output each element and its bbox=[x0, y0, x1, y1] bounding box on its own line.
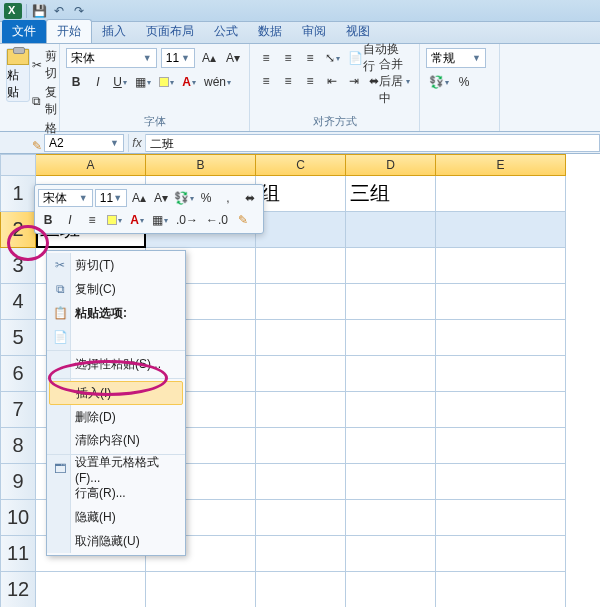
merge-center-button[interactable]: ⬌合并后居中▾ bbox=[366, 71, 413, 91]
align-middle-button[interactable]: ≡ bbox=[278, 48, 298, 68]
row-header-7[interactable]: 7 bbox=[0, 392, 36, 428]
row-header-2[interactable]: 2 bbox=[0, 212, 36, 248]
mini-align[interactable]: ≡ bbox=[82, 210, 102, 230]
mini-font-combo[interactable]: 宋体▼ bbox=[38, 189, 93, 207]
cell-c3[interactable] bbox=[256, 248, 346, 284]
menu-cut[interactable]: 剪切(T) bbox=[47, 253, 185, 277]
cell-d7[interactable] bbox=[346, 392, 436, 428]
cell-e3[interactable] bbox=[436, 248, 566, 284]
shrink-font-button[interactable]: A▾ bbox=[223, 48, 243, 68]
row-header-10[interactable]: 10 bbox=[0, 500, 36, 536]
cell-e2[interactable] bbox=[436, 212, 566, 248]
menu-hide[interactable]: 隐藏(H) bbox=[47, 505, 185, 529]
row-header-8[interactable]: 8 bbox=[0, 428, 36, 464]
cell-e8[interactable] bbox=[436, 428, 566, 464]
row-header-4[interactable]: 4 bbox=[0, 284, 36, 320]
cell-d8[interactable] bbox=[346, 428, 436, 464]
mini-shrink-font[interactable]: A▾ bbox=[151, 188, 171, 208]
mini-currency[interactable]: 💱▾ bbox=[173, 188, 194, 208]
font-color-button[interactable]: A▾ bbox=[179, 72, 199, 92]
mini-bold[interactable]: B bbox=[38, 210, 58, 230]
number-format-combo[interactable]: 常规▼ bbox=[426, 48, 486, 68]
tab-review[interactable]: 审阅 bbox=[292, 20, 336, 43]
cell-c2[interactable] bbox=[256, 212, 346, 248]
mini-font-color[interactable]: A▾ bbox=[127, 210, 147, 230]
align-left-button[interactable]: ≡ bbox=[256, 71, 276, 91]
menu-clear[interactable]: 清除内容(N) bbox=[47, 429, 185, 455]
tab-insert[interactable]: 插入 bbox=[92, 20, 136, 43]
cell-c11[interactable] bbox=[256, 536, 346, 572]
mini-format-painter[interactable] bbox=[233, 210, 253, 230]
mini-border[interactable]: ▦▾ bbox=[149, 210, 171, 230]
cell-d12[interactable] bbox=[346, 572, 436, 607]
cut-button[interactable]: 剪切 bbox=[32, 48, 61, 82]
fx-icon[interactable]: fx bbox=[128, 134, 146, 152]
formula-input[interactable]: 二班 bbox=[146, 134, 600, 152]
tab-data[interactable]: 数据 bbox=[248, 20, 292, 43]
font-name-combo[interactable]: 宋体▼ bbox=[66, 48, 157, 68]
font-size-combo[interactable]: 11▼ bbox=[161, 48, 195, 68]
decrease-indent-button[interactable]: ⇤ bbox=[322, 71, 342, 91]
grow-font-button[interactable]: A▴ bbox=[199, 48, 219, 68]
name-box[interactable]: A2▼ bbox=[44, 134, 124, 152]
row-header-3[interactable]: 3 bbox=[0, 248, 36, 284]
orientation-button[interactable]: ⤡▾ bbox=[322, 48, 343, 68]
fill-color-button[interactable]: ▾ bbox=[156, 72, 177, 92]
cell-c8[interactable] bbox=[256, 428, 346, 464]
cell-d2[interactable] bbox=[346, 212, 436, 248]
col-header-e[interactable]: E bbox=[436, 154, 566, 176]
col-header-b[interactable]: B bbox=[146, 154, 256, 176]
tab-formulas[interactable]: 公式 bbox=[204, 20, 248, 43]
col-header-c[interactable]: C bbox=[256, 154, 346, 176]
row-header-5[interactable]: 5 bbox=[0, 320, 36, 356]
menu-format-cells[interactable]: 🗔设置单元格格式(F)... bbox=[47, 457, 185, 481]
cell-c5[interactable] bbox=[256, 320, 346, 356]
row-header-11[interactable]: 11 bbox=[0, 536, 36, 572]
cell-d3[interactable] bbox=[346, 248, 436, 284]
redo-icon[interactable]: ↷ bbox=[71, 3, 87, 19]
cell-c12[interactable] bbox=[256, 572, 346, 607]
menu-unhide[interactable]: 取消隐藏(U) bbox=[47, 529, 185, 553]
tab-file[interactable]: 文件 bbox=[2, 20, 46, 43]
menu-copy[interactable]: 复制(C) bbox=[47, 277, 185, 301]
menu-row-height[interactable]: 行高(R)... bbox=[47, 481, 185, 505]
mini-italic[interactable]: I bbox=[60, 210, 80, 230]
row-header-1[interactable]: 1 bbox=[0, 176, 36, 212]
tab-home[interactable]: 开始 bbox=[46, 19, 92, 43]
percent-button[interactable]: % bbox=[454, 72, 474, 92]
mini-size-combo[interactable]: 11▼ bbox=[95, 189, 127, 207]
cell-d5[interactable] bbox=[346, 320, 436, 356]
copy-button[interactable]: 复制 bbox=[32, 84, 61, 118]
mini-percent[interactable]: % bbox=[196, 188, 216, 208]
align-top-button[interactable]: ≡ bbox=[256, 48, 276, 68]
cell-e9[interactable] bbox=[436, 464, 566, 500]
paste-button[interactable]: 粘贴 bbox=[6, 48, 30, 102]
mini-comma[interactable]: , bbox=[218, 188, 238, 208]
increase-indent-button[interactable]: ⇥ bbox=[344, 71, 364, 91]
cell-b12[interactable] bbox=[146, 572, 256, 607]
tab-view[interactable]: 视图 bbox=[336, 20, 380, 43]
cell-e7[interactable] bbox=[436, 392, 566, 428]
cell-c9[interactable] bbox=[256, 464, 346, 500]
row-header-12[interactable]: 12 bbox=[0, 572, 36, 607]
save-icon[interactable]: 💾 bbox=[31, 3, 47, 19]
cell-e5[interactable] bbox=[436, 320, 566, 356]
cell-c1[interactable]: 组 bbox=[256, 176, 346, 212]
border-button[interactable]: ▦▾ bbox=[132, 72, 154, 92]
bold-button[interactable]: B bbox=[66, 72, 86, 92]
cell-c4[interactable] bbox=[256, 284, 346, 320]
cell-d9[interactable] bbox=[346, 464, 436, 500]
cell-d6[interactable] bbox=[346, 356, 436, 392]
menu-paste-option-1[interactable]: 📄 bbox=[47, 325, 185, 351]
cell-c7[interactable] bbox=[256, 392, 346, 428]
phonetic-button[interactable]: wén▾ bbox=[201, 72, 234, 92]
tab-page-layout[interactable]: 页面布局 bbox=[136, 20, 204, 43]
cell-d11[interactable] bbox=[346, 536, 436, 572]
mini-dec-decimal[interactable]: .0→ bbox=[173, 210, 201, 230]
currency-button[interactable]: 💱▾ bbox=[426, 72, 452, 92]
select-all-corner[interactable] bbox=[0, 154, 36, 176]
undo-icon[interactable]: ↶ bbox=[51, 3, 67, 19]
cell-c10[interactable] bbox=[256, 500, 346, 536]
align-bottom-button[interactable]: ≡ bbox=[300, 48, 320, 68]
cell-e6[interactable] bbox=[436, 356, 566, 392]
